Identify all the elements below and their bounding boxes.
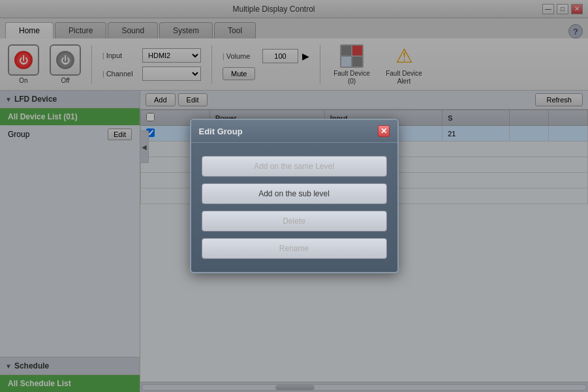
add-sub-level-button[interactable]: Add on the sub level	[202, 183, 387, 204]
modal-header: Edit Group ✕	[191, 120, 397, 143]
edit-group-modal: Edit Group ✕ Add on the same Level Add o…	[190, 119, 399, 273]
rename-button[interactable]: Rename	[202, 238, 387, 259]
delete-button[interactable]: Delete	[202, 211, 387, 232]
modal-overlay: Edit Group ✕ Add on the same Level Add o…	[0, 0, 588, 392]
add-same-level-button[interactable]: Add on the same Level	[202, 156, 387, 177]
modal-title: Edit Group	[199, 127, 243, 136]
modal-body: Add on the same Level Add on the sub lev…	[191, 143, 397, 272]
modal-close-button[interactable]: ✕	[378, 125, 390, 137]
